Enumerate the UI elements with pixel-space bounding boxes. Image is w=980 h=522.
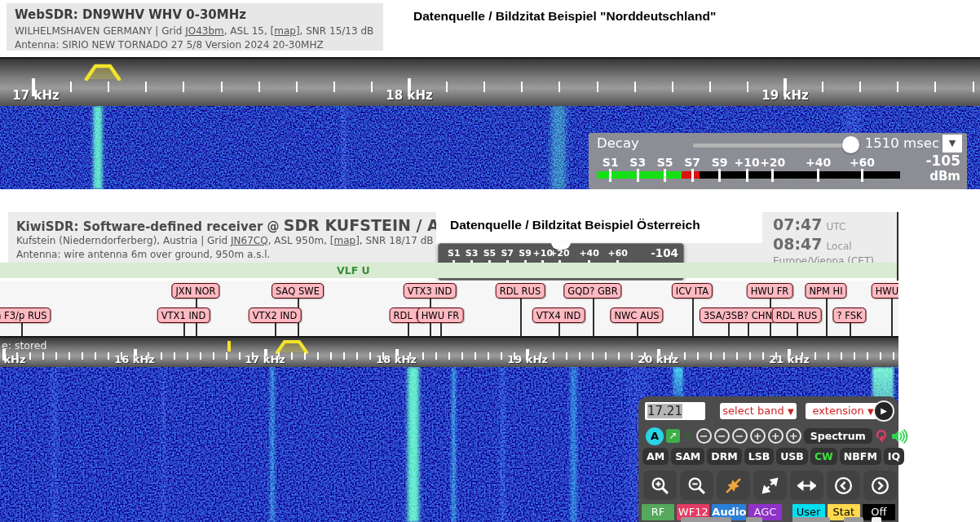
- mode-button-iq[interactable]: IQ: [884, 448, 904, 465]
- signal-streak: [341, 106, 347, 189]
- smeter-scale-label: +60: [850, 156, 875, 169]
- station-label[interactable]: RDL RUS: [772, 307, 822, 323]
- prev-button[interactable]: [827, 471, 860, 500]
- station-connector-line: [275, 322, 276, 336]
- station-label[interactable]: JXN NOR: [171, 283, 219, 299]
- smeter-tick: [746, 169, 748, 182]
- scale-tick: [841, 352, 842, 360]
- spectrum-button[interactable]: Spectrum: [804, 428, 872, 444]
- swap-icon: [797, 476, 816, 495]
- station-label[interactable]: a F3/p RUS: [0, 307, 51, 323]
- scale-tick: [330, 352, 332, 360]
- mode-button-nbfm[interactable]: NBFM: [840, 448, 881, 465]
- decay-slider-thumb[interactable]: [842, 136, 859, 153]
- station-label[interactable]: ICV ITA: [672, 283, 713, 299]
- grid-link[interactable]: JO43bm: [185, 25, 224, 37]
- function-buttons-row: [638, 470, 898, 501]
- mode-button-usb[interactable]: USB: [776, 448, 808, 465]
- smeter-scale-label: S7: [684, 156, 700, 169]
- tune-icon[interactable]: ↗: [666, 429, 680, 443]
- caption-box: Datenquelle / Bildzitat Beispiel Österre…: [436, 212, 762, 243]
- decay-slider-track[interactable]: [693, 144, 852, 147]
- scale-tick: [200, 352, 201, 360]
- station-connector-line: [850, 322, 851, 336]
- station-label[interactable]: NWC AUS: [610, 307, 663, 323]
- zoom-out-icon[interactable]: −: [714, 428, 730, 444]
- mode-button-cw[interactable]: CW: [810, 448, 837, 465]
- map-link[interactable]: map: [334, 235, 356, 246]
- zoom-in-mag-button[interactable]: [643, 471, 677, 500]
- passband-icon[interactable]: [84, 63, 121, 81]
- station-label[interactable]: HWU FR: [417, 307, 464, 323]
- hidden-button-fragment: [746, 517, 762, 522]
- station-label[interactable]: VTX4 IND: [532, 307, 585, 323]
- scale-tick: [934, 82, 936, 92]
- scale-tick: [55, 352, 57, 360]
- zoom-in-icon[interactable]: +: [768, 428, 784, 444]
- station-label[interactable]: GQD? GBR: [563, 283, 621, 299]
- scale-tick: [42, 352, 44, 360]
- map-link[interactable]: map: [274, 25, 296, 37]
- station-label[interactable]: HWU FR: [747, 283, 793, 299]
- expand-button[interactable]: [753, 471, 787, 500]
- signal-streak: [161, 367, 166, 522]
- compress-button[interactable]: [717, 471, 750, 500]
- scale-tick: [108, 352, 109, 360]
- signal-streak: [405, 367, 422, 522]
- kiwisdr-frequency-scale[interactable]: e: stored kHz16 kHz17 kHz18 kHz19 kHz20 …: [0, 336, 898, 367]
- extension-dropdown[interactable]: extension ▼: [806, 403, 881, 419]
- next-button[interactable]: [863, 471, 897, 500]
- station-label[interactable]: NPM HI: [805, 283, 846, 299]
- hidden-button-fragment: [681, 517, 731, 522]
- signal-streak: [548, 106, 569, 189]
- swap-button[interactable]: [790, 471, 823, 500]
- signal-streak: [499, 367, 506, 522]
- play-button[interactable]: ▶: [873, 400, 894, 422]
- zoom-out-icon[interactable]: −: [732, 428, 748, 444]
- zoom-out-mag-button[interactable]: [680, 471, 713, 500]
- smeter-scale-label: +10: [735, 156, 760, 169]
- station-label[interactable]: HWU F: [872, 283, 898, 299]
- scale-tick: [597, 82, 598, 92]
- caption-oesterreich: Datenquelle / Bildzitat Beispiel Österre…: [450, 218, 700, 232]
- mode-button-sam[interactable]: SAM: [671, 448, 704, 465]
- grid-link[interactable]: JN67CQ: [231, 235, 268, 246]
- station-connector-line: [408, 322, 409, 336]
- mode-button-drm[interactable]: DRM: [707, 448, 741, 465]
- smeter-scale-label: S9: [519, 248, 532, 259]
- smeter-scale-label: +40: [579, 248, 599, 259]
- station-label[interactable]: VTX2 IND: [249, 307, 302, 323]
- smeter-scale-label: S5: [483, 248, 497, 259]
- decay-dropdown-button[interactable]: ▼: [942, 135, 962, 153]
- scale-tick-label: 18 kHz: [386, 88, 432, 103]
- speaker-icon[interactable]: [890, 428, 908, 445]
- smeter-bar: [597, 171, 900, 179]
- station-label[interactable]: SAQ SWE: [271, 283, 324, 299]
- band-bar: VLF U: [0, 263, 898, 278]
- zoom-out-icon[interactable]: −: [696, 428, 712, 444]
- scale-tick: [859, 82, 861, 92]
- passband-note: e: stored: [2, 339, 46, 352]
- websdr-frequency-scale[interactable]: 17 kHz18 kHz19 kHz: [0, 57, 980, 106]
- station-label[interactable]: 3SA/3SB? CHN: [700, 307, 776, 323]
- station-label[interactable]: RDL RUS: [496, 283, 545, 299]
- mode-button-lsb[interactable]: LSB: [744, 448, 775, 465]
- scale-tick: [291, 352, 293, 360]
- scale-tick: [814, 352, 816, 360]
- station-label[interactable]: VTX1 IND: [157, 307, 210, 323]
- audio-a-icon[interactable]: A: [646, 427, 664, 445]
- zoom-in-icon[interactable]: +: [786, 428, 801, 444]
- zoom-in-icon[interactable]: +: [750, 428, 766, 444]
- scale-tick: [880, 352, 881, 360]
- scale-tick: [893, 352, 894, 360]
- scale-tick: [488, 352, 489, 360]
- station-label[interactable]: VTX3 IND: [404, 283, 457, 299]
- smeter-scale-label: S5: [657, 156, 673, 169]
- select-band-dropdown[interactable]: select band ▼: [720, 403, 797, 419]
- station-label[interactable]: ? FSK: [832, 307, 866, 323]
- expand-icon: [761, 476, 779, 495]
- refresh-icon[interactable]: ⟳: [873, 430, 889, 443]
- mode-button-am[interactable]: AM: [642, 448, 669, 465]
- scale-tick: [187, 352, 188, 360]
- frequency-input[interactable]: 17.21: [645, 402, 705, 420]
